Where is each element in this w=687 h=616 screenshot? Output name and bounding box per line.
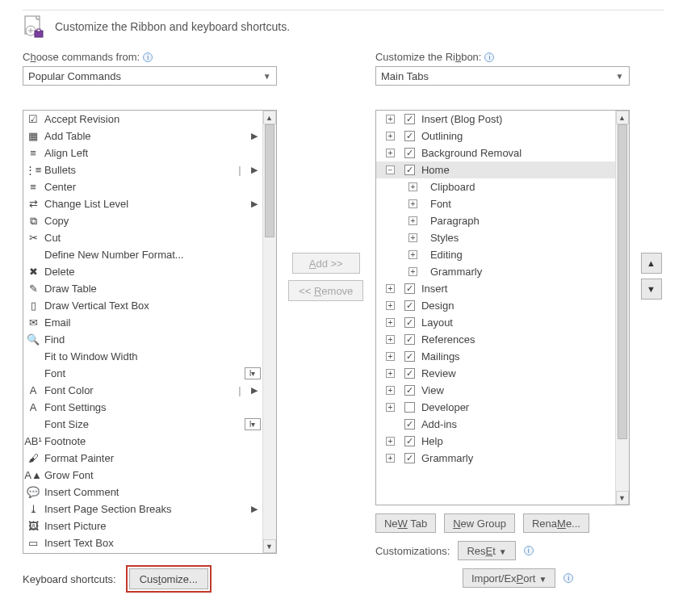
expand-toggle-icon[interactable]: + <box>386 437 395 446</box>
expand-toggle-icon[interactable]: + <box>386 149 395 157</box>
tree-item[interactable]: +Layout <box>376 314 615 331</box>
checkbox[interactable] <box>404 368 415 379</box>
expand-toggle-icon[interactable]: + <box>386 132 395 140</box>
expand-toggle-icon[interactable]: + <box>408 267 417 276</box>
expand-toggle-icon[interactable]: + <box>386 318 395 327</box>
command-item[interactable]: ✂Cut <box>23 229 262 246</box>
command-item[interactable]: AFont Color|▶ <box>23 382 262 399</box>
command-item[interactable]: ✎Draw Table <box>23 280 262 297</box>
info-icon[interactable]: i <box>563 573 573 583</box>
expand-toggle-icon[interactable]: + <box>408 216 417 225</box>
checkbox[interactable] <box>404 300 415 311</box>
command-item[interactable]: 🖌Format Painter <box>23 450 262 467</box>
scroll-up-icon[interactable]: ▲ <box>263 111 276 124</box>
command-item[interactable]: 🔍Find <box>23 331 262 348</box>
command-item[interactable]: ▭Insert Text Box <box>23 534 262 551</box>
expand-toggle-icon[interactable]: − <box>386 166 395 174</box>
rename-button[interactable]: RenaMe... <box>523 513 589 533</box>
command-item[interactable]: ✖Delete <box>23 263 262 280</box>
import-export-button[interactable]: Import/ExPort▼ <box>463 568 555 588</box>
checkbox[interactable] <box>404 283 415 294</box>
command-item[interactable]: ▦Add Table▶ <box>23 128 262 145</box>
reset-button[interactable]: ResEt▼ <box>458 541 515 560</box>
info-icon[interactable]: i <box>484 52 494 62</box>
expand-toggle-icon[interactable]: + <box>386 301 395 310</box>
command-item[interactable]: AFont Settings <box>23 399 262 416</box>
tree-item[interactable]: +References <box>376 331 615 348</box>
command-item[interactable]: ✉Email <box>23 314 262 331</box>
checkbox[interactable] <box>404 385 415 396</box>
tree-item[interactable]: +View <box>376 382 615 399</box>
command-item[interactable]: ⋮≡Bullets|▶ <box>23 161 262 178</box>
tree-item[interactable]: +Background Removal <box>376 145 615 161</box>
checkbox[interactable] <box>404 402 415 413</box>
expand-toggle-icon[interactable]: + <box>408 233 417 242</box>
command-item[interactable]: ≡Center <box>23 178 262 195</box>
tree-item[interactable]: +Styles <box>376 229 615 246</box>
tree-item[interactable]: +Review <box>376 365 615 382</box>
tree-item[interactable]: +Grammarly <box>376 450 615 467</box>
new-group-button[interactable]: New Group <box>444 513 515 533</box>
command-item[interactable]: FontI▾ <box>23 365 262 382</box>
choose-commands-combo[interactable]: Popular Commands ▼ <box>23 66 277 86</box>
command-item[interactable]: 🖼Insert Picture <box>23 518 262 534</box>
checkbox[interactable] <box>404 148 415 158</box>
expand-toggle-icon[interactable]: + <box>386 115 395 124</box>
expand-toggle-icon[interactable]: + <box>408 199 417 208</box>
tree-item[interactable]: −Home <box>376 161 615 178</box>
tree-item[interactable]: +Font <box>376 195 615 212</box>
move-down-button[interactable]: ▼ <box>641 279 662 300</box>
command-item[interactable]: ≡Align Left <box>23 145 262 161</box>
info-icon[interactable]: i <box>524 546 534 555</box>
commands-listbox[interactable]: ☑Accept Revision▦Add Table▶≡Align Left⋮≡… <box>23 110 277 554</box>
checkbox[interactable] <box>404 436 415 446</box>
tree-item[interactable]: +Insert (Blog Post) <box>376 111 615 128</box>
expand-toggle-icon[interactable]: + <box>408 250 417 259</box>
tree-item[interactable]: +Clipboard <box>376 178 615 195</box>
new-tab-button[interactable]: NeW Tab <box>375 513 436 533</box>
command-item[interactable]: ⤓Insert Page Section Breaks▶ <box>23 501 262 518</box>
checkbox[interactable] <box>404 317 415 328</box>
checkbox[interactable] <box>404 131 415 141</box>
info-icon[interactable]: i <box>143 52 153 62</box>
checkbox[interactable] <box>404 114 415 124</box>
ribbon-tree[interactable]: +Insert (Blog Post)+Outlining+Background… <box>375 110 630 505</box>
command-item[interactable]: ⧉Copy <box>23 212 262 229</box>
tree-item[interactable]: +Outlining <box>376 128 615 145</box>
ribbon-category-combo[interactable]: Main Tabs ▼ <box>375 66 630 86</box>
scroll-down-icon[interactable]: ▼ <box>263 539 276 553</box>
command-item[interactable]: ⇄Change List Level▶ <box>23 195 262 212</box>
command-item[interactable]: AB¹Footnote <box>23 433 262 450</box>
checkbox[interactable] <box>404 165 415 175</box>
command-item[interactable]: A▲Grow Font <box>23 467 262 484</box>
expand-toggle-icon[interactable]: + <box>386 284 395 293</box>
expand-toggle-icon[interactable]: + <box>386 403 395 412</box>
command-item[interactable]: Define New Number Format... <box>23 246 262 263</box>
checkbox[interactable] <box>404 419 415 430</box>
tree-item[interactable]: +Insert <box>376 280 615 297</box>
tree-item[interactable]: +Developer <box>376 399 615 416</box>
scroll-down-icon[interactable]: ▼ <box>616 491 629 505</box>
tree-item[interactable]: Add-ins <box>376 416 615 433</box>
expand-toggle-icon[interactable]: + <box>408 182 417 191</box>
checkbox[interactable] <box>404 453 415 463</box>
tree-item[interactable]: +Design <box>376 297 615 314</box>
scroll-thumb[interactable] <box>618 124 627 439</box>
tree-item[interactable]: +Help <box>376 433 615 450</box>
customize-keyboard-button[interactable]: Customize... <box>129 568 208 589</box>
scroll-up-icon[interactable]: ▲ <box>616 111 629 124</box>
tree-item[interactable]: +Paragraph <box>376 212 615 229</box>
checkbox[interactable] <box>404 334 415 345</box>
command-item[interactable]: 💬Insert Comment <box>23 484 262 501</box>
command-item[interactable]: Fit to Window Width <box>23 348 262 365</box>
expand-toggle-icon[interactable]: + <box>386 335 395 344</box>
move-up-button[interactable]: ▲ <box>641 253 662 274</box>
expand-toggle-icon[interactable]: + <box>386 386 395 395</box>
tree-item[interactable]: +Grammarly <box>376 263 615 280</box>
expand-toggle-icon[interactable]: + <box>386 369 395 378</box>
expand-toggle-icon[interactable]: + <box>386 352 395 361</box>
expand-toggle-icon[interactable]: + <box>386 454 395 463</box>
scroll-thumb[interactable] <box>265 124 274 237</box>
scrollbar[interactable]: ▲ ▼ <box>615 111 629 505</box>
add-button[interactable]: Add >> <box>292 253 360 274</box>
